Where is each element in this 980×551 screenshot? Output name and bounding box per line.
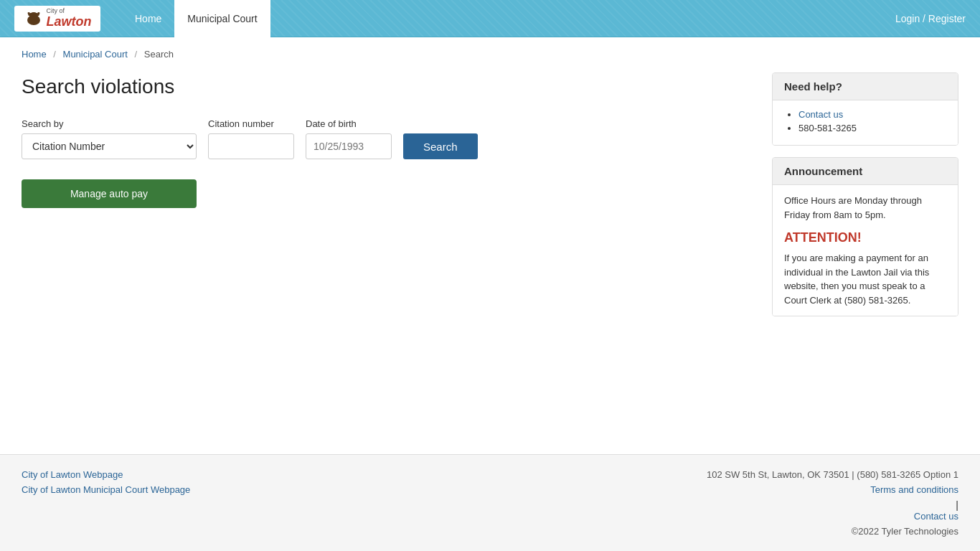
date-of-birth-group: Date of birth bbox=[306, 118, 392, 159]
login-register-button[interactable]: Login / Register bbox=[895, 13, 966, 24]
announcement-card-body: Office Hours are Monday through Friday f… bbox=[773, 185, 958, 316]
breadcrumb-current: Search bbox=[144, 49, 174, 60]
citation-number-group: Citation number bbox=[208, 118, 294, 159]
sidebar: Need help? Contact us 580-581-3265 Annou… bbox=[772, 72, 958, 328]
help-card: Need help? Contact us 580-581-3265 bbox=[772, 72, 958, 146]
buffalo-icon bbox=[24, 9, 44, 29]
footer-left: City of Lawton Webpage City of Lawton Mu… bbox=[22, 469, 190, 499]
attention-heading: ATTENTION! bbox=[784, 230, 946, 245]
nav-home[interactable]: Home bbox=[122, 0, 174, 37]
main-nav: Home Municipal Court bbox=[122, 0, 895, 37]
footer: City of Lawton Webpage City of Lawton Mu… bbox=[0, 454, 980, 551]
footer-terms-link[interactable]: Terms and conditions bbox=[707, 484, 958, 495]
footer-address: 102 SW 5th St, Lawton, OK 73501 | (580) … bbox=[707, 469, 958, 480]
logo-image: City of Lawton bbox=[14, 6, 100, 32]
search-button[interactable]: Search bbox=[403, 133, 478, 159]
help-card-title: Need help? bbox=[773, 73, 958, 100]
breadcrumb: Home / Municipal Court / Search bbox=[0, 37, 980, 65]
logo-city: City of bbox=[47, 8, 92, 14]
content-area: Search violations Search by Citation Num… bbox=[22, 72, 750, 328]
svg-rect-5 bbox=[37, 11, 40, 16]
header: City of Lawton Home Municipal Court Logi… bbox=[0, 0, 980, 37]
logo-text-block: City of Lawton bbox=[47, 8, 92, 29]
search-button-group: Search bbox=[403, 133, 478, 159]
main-content: Search violations Search by Citation Num… bbox=[0, 65, 980, 357]
citation-number-input[interactable] bbox=[208, 133, 294, 159]
announcement-card-title: Announcement bbox=[773, 158, 958, 185]
search-by-label: Search by bbox=[22, 118, 197, 129]
logo-name: Lawton bbox=[47, 14, 92, 29]
nav-municipal-court[interactable]: Municipal Court bbox=[174, 0, 270, 37]
breadcrumb-sep-1: / bbox=[53, 49, 56, 60]
contact-us-link[interactable]: Contact us bbox=[798, 109, 843, 120]
date-of-birth-input[interactable] bbox=[306, 133, 392, 159]
help-phone: 580-581-3265 bbox=[798, 123, 857, 133]
footer-copyright: ©2022 Tyler Technologies bbox=[707, 526, 958, 537]
citation-number-label: Citation number bbox=[208, 118, 294, 129]
office-hours-text: Office Hours are Monday through Friday f… bbox=[784, 194, 946, 222]
manage-autopay-button[interactable]: Manage auto pay bbox=[22, 179, 197, 208]
announcement-card: Announcement Office Hours are Monday thr… bbox=[772, 157, 958, 316]
page-title: Search violations bbox=[22, 75, 750, 98]
footer-contact-link[interactable]: Contact us bbox=[707, 511, 958, 522]
footer-link-separator: | bbox=[956, 499, 958, 511]
search-form-row: Search by Citation Number Name License P… bbox=[22, 118, 750, 159]
page-body: Home / Municipal Court / Search Search v… bbox=[0, 37, 980, 454]
footer-municipal-court-webpage-link[interactable]: City of Lawton Municipal Court Webpage bbox=[22, 484, 190, 495]
logo: City of Lawton bbox=[14, 6, 100, 32]
search-by-group: Search by Citation Number Name License P… bbox=[22, 118, 197, 159]
footer-links: Terms and conditions | Contact us bbox=[707, 484, 958, 522]
footer-lawton-webpage-link[interactable]: City of Lawton Webpage bbox=[22, 469, 190, 480]
svg-rect-4 bbox=[27, 11, 31, 16]
footer-right: 102 SW 5th St, Lawton, OK 73501 | (580) … bbox=[707, 469, 958, 537]
breadcrumb-home[interactable]: Home bbox=[22, 49, 47, 60]
help-card-body: Contact us 580-581-3265 bbox=[773, 100, 958, 145]
breadcrumb-sep-2: / bbox=[135, 49, 138, 60]
date-of-birth-label: Date of birth bbox=[306, 118, 392, 129]
help-phone-item: 580-581-3265 bbox=[798, 123, 946, 133]
attention-body: If you are making a payment for an indiv… bbox=[784, 251, 946, 307]
search-by-select[interactable]: Citation Number Name License Plate bbox=[22, 133, 197, 159]
help-contact-item: Contact us bbox=[798, 109, 946, 120]
breadcrumb-municipal-court[interactable]: Municipal Court bbox=[63, 49, 128, 60]
